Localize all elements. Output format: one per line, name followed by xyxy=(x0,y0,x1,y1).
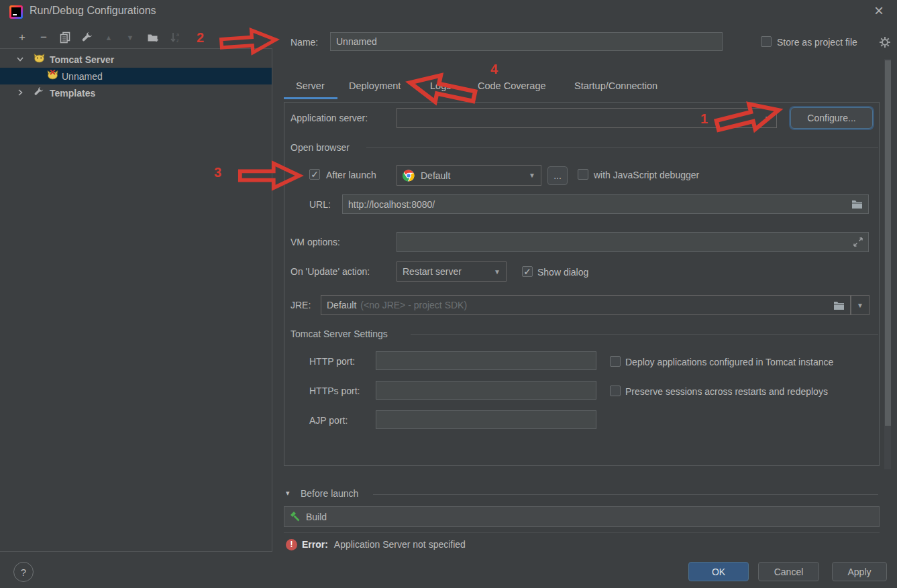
vm-options-input[interactable] xyxy=(397,232,869,252)
tab-code-coverage[interactable]: Code Coverage xyxy=(478,80,546,91)
left-panel-bottom-border xyxy=(0,551,272,552)
tomcat-icon xyxy=(34,53,45,66)
copy-config-icon[interactable] xyxy=(57,32,73,48)
window-title: Run/Debug Configurations xyxy=(30,5,156,17)
https-port-label: HTTPs port: xyxy=(309,386,360,396)
sort-configurations-icon[interactable]: az xyxy=(167,32,183,48)
error-separator xyxy=(284,532,880,533)
error-icon: ! xyxy=(286,539,297,550)
chevron-down-icon[interactable]: ▼ xyxy=(494,268,500,276)
tab-startup-connection[interactable]: Startup/Connection xyxy=(574,80,657,91)
chevron-down-icon: ▼ xyxy=(857,302,863,309)
tree-node-templates[interactable]: Templates xyxy=(0,84,272,101)
name-input[interactable]: Unnamed xyxy=(330,32,723,51)
open-browser-section-title: Open browser xyxy=(291,142,350,153)
cancel-button-label: Cancel xyxy=(774,567,804,577)
app-logo-mark xyxy=(13,14,17,15)
jre-value: Default xyxy=(327,300,356,310)
ok-button-label: OK xyxy=(712,567,725,577)
svg-text:z: z xyxy=(176,38,179,43)
add-config-button[interactable]: + xyxy=(14,30,30,46)
update-action-combobox[interactable]: Restart server ▼ xyxy=(397,261,507,282)
edit-config-wrench-icon[interactable] xyxy=(79,32,95,48)
templates-wrench-icon xyxy=(34,86,44,100)
remove-config-button[interactable]: − xyxy=(36,30,52,46)
error-message-row: Error: Application Server not specified xyxy=(302,539,466,550)
apply-button-label: Apply xyxy=(847,567,871,577)
application-server-label: Application server: xyxy=(291,113,368,123)
collapse-triangle-icon[interactable]: ▾ xyxy=(286,489,290,497)
tab-deployment[interactable]: Deployment xyxy=(349,80,401,91)
js-debugger-checkbox[interactable] xyxy=(578,169,588,180)
annotation-number-3: 3 xyxy=(214,165,221,180)
preserve-sessions-checkbox[interactable] xyxy=(610,386,621,396)
configure-button[interactable]: Configure... xyxy=(790,107,873,129)
tomcat-modified-icon xyxy=(47,70,58,82)
name-label: Name: xyxy=(291,37,318,48)
before-launch-separator xyxy=(373,494,878,495)
jre-combobox[interactable]: Default (<no JRE> - project SDK) xyxy=(321,295,851,315)
vm-options-label: VM options: xyxy=(291,237,340,247)
app-logo xyxy=(9,5,23,19)
svg-text:a: a xyxy=(176,32,179,37)
selected-tab-indicator xyxy=(284,97,337,99)
ajp-port-input[interactable] xyxy=(376,410,596,429)
preserve-sessions-label: Preserve sessions across restarts and re… xyxy=(625,386,828,397)
annotation-number-1: 1 xyxy=(700,111,708,127)
folder-icon[interactable] xyxy=(851,199,863,209)
after-launch-checkbox[interactable]: ✓ xyxy=(309,169,320,180)
new-folder-icon[interactable] xyxy=(145,32,161,48)
apply-button[interactable]: Apply xyxy=(832,562,887,581)
tomcat-settings-separator xyxy=(411,334,878,335)
ok-button[interactable]: OK xyxy=(688,562,749,581)
http-port-input[interactable] xyxy=(376,351,596,370)
check-icon: ✓ xyxy=(523,266,531,277)
store-as-project-file-label: Store as project file xyxy=(777,37,857,48)
move-down-icon[interactable]: ▼ xyxy=(122,30,138,46)
scrollbar-thumb[interactable] xyxy=(885,60,891,426)
error-text: Application Server not specified xyxy=(334,539,466,550)
after-launch-label: After launch xyxy=(326,170,376,180)
store-as-project-file-checkbox[interactable] xyxy=(761,36,772,47)
url-input[interactable]: http://localhost:8080/ xyxy=(342,194,869,214)
expand-icon[interactable] xyxy=(853,237,863,247)
chevron-down-icon[interactable]: ▼ xyxy=(529,172,535,179)
build-hammer-icon xyxy=(289,511,301,522)
before-launch-build-item[interactable]: Build xyxy=(284,506,880,527)
tree-label-unnamed: Unnamed xyxy=(62,71,103,82)
browse-browsers-button[interactable]: ... xyxy=(547,166,568,185)
jre-dropdown-button[interactable]: ▼ xyxy=(851,295,869,315)
chrome-icon xyxy=(403,170,415,182)
annotation-arrow-2 xyxy=(216,25,282,59)
browser-value: Default xyxy=(421,170,450,181)
show-dialog-checkbox[interactable]: ✓ xyxy=(522,266,533,277)
left-panel-divider[interactable] xyxy=(272,48,272,551)
name-input-value: Unnamed xyxy=(336,36,377,47)
folder-icon[interactable] xyxy=(833,300,845,310)
http-port-label: HTTP port: xyxy=(309,356,355,367)
tree-label-templates: Templates xyxy=(50,88,95,99)
js-debugger-label: with JavaScript debugger xyxy=(594,170,699,180)
browser-combobox[interactable]: Default ▼ xyxy=(397,165,541,186)
deploy-applications-checkbox[interactable] xyxy=(610,356,621,367)
jre-value-hint: (<no JRE> - project SDK) xyxy=(360,300,467,310)
annotation-number-2: 2 xyxy=(197,30,204,46)
chevron-down-icon[interactable] xyxy=(16,54,24,66)
https-port-input[interactable] xyxy=(376,381,596,400)
chevron-right-icon[interactable] xyxy=(16,87,24,99)
move-up-icon[interactable]: ▲ xyxy=(101,30,117,46)
gear-icon[interactable] xyxy=(879,36,891,51)
update-action-value: Restart server xyxy=(403,266,462,277)
url-value: http://localhost:8080/ xyxy=(348,199,435,210)
open-browser-separator xyxy=(366,148,878,148)
error-prefix: Error: xyxy=(302,539,328,550)
tree-node-unnamed[interactable]: Unnamed xyxy=(0,68,272,84)
cancel-button[interactable]: Cancel xyxy=(758,562,819,581)
build-item-label: Build xyxy=(306,512,327,522)
tab-server[interactable]: Server xyxy=(296,80,325,91)
close-icon[interactable]: × xyxy=(874,1,884,20)
check-icon: ✓ xyxy=(311,169,319,180)
help-button[interactable]: ? xyxy=(13,562,34,582)
tree-label-tomcat-server: Tomcat Server xyxy=(50,54,114,65)
annotation-arrow-3 xyxy=(233,160,306,192)
